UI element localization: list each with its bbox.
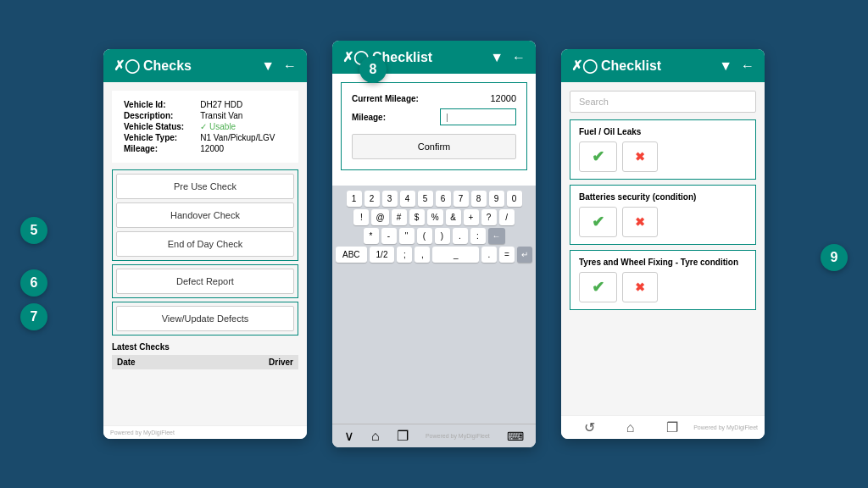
latest-checks-section: Latest Checks Date Driver — [112, 342, 298, 369]
badge-7: 7 — [20, 303, 47, 330]
key-amp[interactable]: & — [446, 209, 461, 225]
screen2-body: Current Mileage: 12000 Mileage: Confirm … — [332, 74, 536, 447]
confirm-button[interactable]: Confirm — [352, 134, 516, 159]
screen2-logo: ✗◯ Checklist — [342, 49, 432, 65]
key-question[interactable]: ? — [481, 209, 497, 225]
badge-5: 5 — [20, 217, 47, 244]
key-dot[interactable]: . — [453, 228, 468, 244]
defect-report-button[interactable]: Defect Report — [116, 269, 294, 294]
badge-6: 6 — [20, 269, 47, 297]
key-backspace[interactable]: ← — [488, 228, 505, 244]
key-period[interactable]: . — [481, 247, 497, 263]
key-hash[interactable]: # — [392, 209, 407, 225]
key-0[interactable]: 0 — [507, 191, 522, 207]
screen1-header: ✗◯ Checks ▼ ← — [103, 49, 307, 82]
key-8[interactable]: 8 — [471, 191, 487, 207]
nav-home-3[interactable]: ⌂ — [626, 420, 635, 435]
current-mileage-label: Current Mileage: — [352, 94, 419, 103]
screen1-title: Checks — [143, 58, 192, 74]
powered-by-3: Powered by MyDigiFleet — [693, 424, 758, 430]
screen3-logo: ✗◯ Checklist — [571, 58, 661, 74]
handover-check-button[interactable]: Handover Check — [116, 202, 294, 228]
badge-8: 8 — [359, 56, 387, 83]
key-3[interactable]: 3 — [382, 191, 398, 207]
check-item-tyres: Tyres and Wheel Fixing - Tyre condition … — [570, 250, 756, 310]
end-of-day-check-button[interactable]: End of Day Check — [116, 231, 294, 257]
key-cparen[interactable]: ) — [435, 228, 450, 244]
filter-icon-2[interactable]: ▼ — [490, 50, 504, 65]
vehicle-info: Vehicle Id: DH27 HDD Description: Transi… — [112, 91, 298, 163]
key-1[interactable]: 1 — [347, 191, 362, 207]
screen3-body: Search Fuel / Oil Leaks ✔ ✖ Batteries se… — [561, 82, 765, 415]
back-icon[interactable]: ← — [283, 58, 297, 74]
keyboard-icon[interactable]: ⌨ — [507, 430, 524, 443]
vehicle-id-label: Vehicle Id: — [120, 99, 197, 110]
nav-recent-2[interactable]: ❐ — [397, 428, 409, 444]
key-oparen[interactable]: ( — [417, 228, 432, 244]
key-dash[interactable]: - — [381, 228, 397, 244]
key-4[interactable]: 4 — [400, 191, 415, 207]
tyres-fail-button[interactable]: ✖ — [622, 272, 658, 302]
key-at[interactable]: @ — [371, 209, 388, 225]
nav-back-2[interactable]: ∨ — [344, 428, 354, 444]
key-equals[interactable]: = — [499, 247, 515, 263]
batteries-fail-button[interactable]: ✖ — [622, 207, 658, 237]
check-title-batteries: Batteries security (condition) — [579, 192, 747, 202]
key-dollar[interactable]: $ — [409, 209, 425, 225]
status-value: ✓ Usable — [197, 121, 290, 132]
key-7[interactable]: 7 — [453, 191, 469, 207]
key-12[interactable]: 1/2 — [370, 247, 395, 263]
check-title-tyres: Tyres and Wheel Fixing - Tyre condition — [579, 258, 747, 267]
key-enter[interactable]: ↵ — [517, 247, 532, 263]
key-comma[interactable]: , — [415, 247, 430, 263]
batteries-pass-button[interactable]: ✔ — [579, 207, 617, 237]
mileage-input-field[interactable] — [440, 108, 516, 125]
check-buttons-tyres: ✔ ✖ — [579, 272, 747, 302]
powered-by-1: Powered by MyDigiFleet — [110, 430, 175, 435]
main-menu-group: Pre Use Check Handover Check End of Day … — [112, 169, 298, 261]
key-colon[interactable]: : — [470, 228, 486, 244]
key-semi[interactable]: ; — [397, 247, 412, 263]
date-col-header: Date — [117, 358, 136, 367]
back-icon-3[interactable]: ← — [741, 58, 754, 74]
key-space[interactable]: _ — [432, 247, 479, 263]
key-abc[interactable]: ABC — [336, 247, 367, 263]
key-plus[interactable]: + — [464, 209, 479, 225]
screen2: ✗◯ Checklist ▼ ← Current Mileage: 12000 … — [332, 41, 536, 447]
key-2[interactable]: 2 — [364, 191, 380, 207]
key-percent[interactable]: % — [427, 209, 443, 225]
tyres-pass-button[interactable]: ✔ — [579, 272, 617, 302]
mileage-input-row: Mileage: — [352, 108, 516, 125]
fuel-fail-button[interactable]: ✖ — [622, 141, 658, 172]
powered-by-2: Powered by MyDigiFleet — [426, 433, 490, 439]
keyboard-wrapper: 1 2 3 4 5 6 7 8 9 0 ! @ # — [332, 186, 536, 447]
nav-recent-3[interactable]: ❐ — [666, 419, 678, 435]
screen3-footer: ↺ ⌂ ❐ Powered by MyDigiFleet — [561, 415, 765, 439]
filter-icon-3[interactable]: ▼ — [719, 58, 732, 74]
current-mileage-row: Current Mileage: 12000 — [352, 93, 516, 103]
screen3-header: ✗◯ Checklist ▼ ← — [561, 49, 765, 82]
key-5[interactable]: 5 — [418, 191, 433, 207]
vehicle-id-value: DH27 HDD — [197, 99, 290, 110]
back-icon-2[interactable]: ← — [512, 50, 526, 65]
search-box[interactable]: Search — [570, 91, 756, 113]
check-title-fuel: Fuel / Oil Leaks — [579, 127, 747, 136]
keyboard-row-1: 1 2 3 4 5 6 7 8 9 0 — [336, 191, 532, 207]
screen3-title: Checklist — [601, 58, 661, 74]
filter-icon[interactable]: ▼ — [261, 58, 275, 74]
screen1: ✗◯ Checks ▼ ← Vehicle Id: DH27 HDD Descr… — [103, 49, 307, 439]
key-9[interactable]: 9 — [489, 191, 504, 207]
pre-use-check-button[interactable]: Pre Use Check — [116, 174, 294, 199]
key-star[interactable]: * — [364, 228, 379, 244]
key-quote[interactable]: " — [399, 228, 415, 244]
keyboard-row-3: * - " ( ) . : ← — [336, 228, 532, 244]
key-excl[interactable]: ! — [353, 209, 369, 225]
view-defects-group: View/Update Defects — [112, 302, 298, 336]
key-slash[interactable]: / — [499, 209, 515, 225]
fuel-pass-button[interactable]: ✔ — [579, 141, 617, 172]
view-update-defects-button[interactable]: View/Update Defects — [116, 306, 294, 331]
key-6[interactable]: 6 — [436, 191, 451, 207]
nav-home-2[interactable]: ⌂ — [371, 429, 380, 444]
screen3: ✗◯ Checklist ▼ ← Search Fuel / Oil Leaks… — [561, 49, 765, 439]
nav-back-3[interactable]: ↺ — [584, 419, 595, 435]
